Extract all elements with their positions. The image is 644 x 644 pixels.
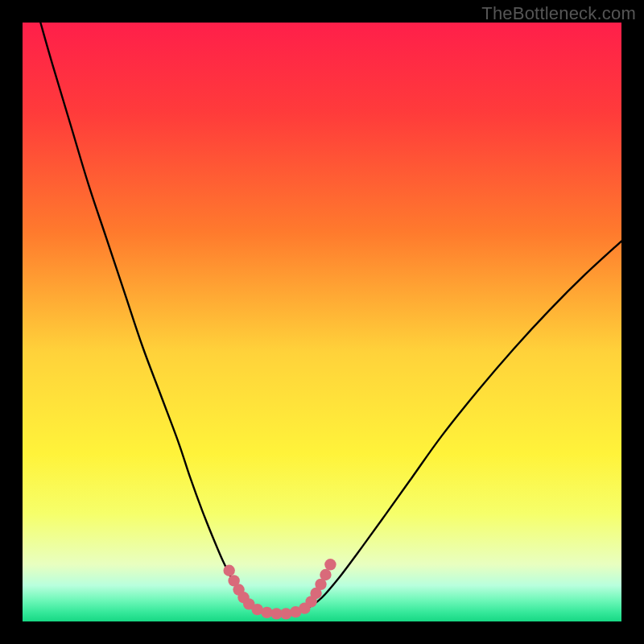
valley-marker	[280, 608, 291, 619]
outer-frame: TheBottleneck.com	[0, 0, 644, 644]
watermark-text: TheBottleneck.com	[481, 3, 636, 24]
valley-marker	[320, 569, 331, 580]
chart-svg	[23, 23, 621, 621]
valley-marker	[223, 565, 234, 576]
gradient-background	[23, 23, 621, 621]
chart-plot-area	[23, 23, 621, 621]
valley-marker	[324, 559, 336, 570]
